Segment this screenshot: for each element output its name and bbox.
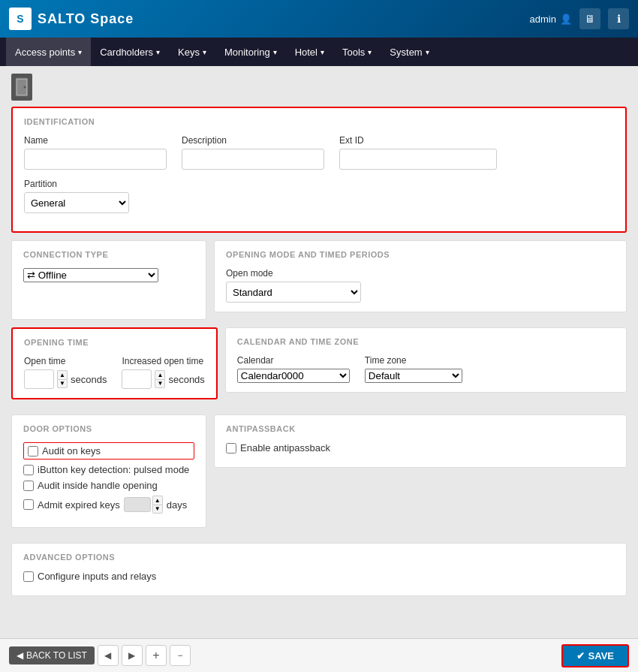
monitor-icon-btn[interactable]: 🖥 xyxy=(579,8,600,29)
prev-nav-button[interactable]: ◀ xyxy=(98,645,119,649)
connection-type-col: CONNECTION TYPE ⇄ Offline xyxy=(11,240,206,320)
days-unit: days xyxy=(167,499,187,511)
calendar-group: Calendar Calendar0000 xyxy=(237,355,350,383)
audit-inside-item: Audit inside handle opening xyxy=(23,480,194,491)
nav-system[interactable]: System ▾ xyxy=(381,38,438,66)
extid-group: Ext ID xyxy=(339,135,497,170)
nav-keys-arrow: ▾ xyxy=(203,48,206,56)
calendar-tz-col: CALENDAR AND TIME ZONE Calendar Calendar… xyxy=(225,327,627,407)
identification-title: IDENTIFICATION xyxy=(24,117,614,126)
opening-mode-col: OPENING MODE AND TIMED PERIODS Open mode… xyxy=(214,240,627,320)
row-conn-opening: CONNECTION TYPE ⇄ Offline OPENING MODE A… xyxy=(11,240,627,320)
nav-monitoring[interactable]: Monitoring ▾ xyxy=(215,38,286,66)
audit-on-keys-label: Audit on keys xyxy=(42,445,101,457)
increased-time-group: Increased open time 20 ▲ ▼ seconds xyxy=(122,356,204,389)
logo-letter: S xyxy=(17,13,23,25)
logo-box: S xyxy=(9,8,32,30)
nav-access-points[interactable]: Access points ▾ xyxy=(6,38,91,66)
header: S SALTO Space admin 👤 🖥 ℹ xyxy=(0,0,638,38)
increased-time-down[interactable]: ▼ xyxy=(155,379,165,388)
nav-system-label: System xyxy=(390,47,422,58)
ibutton-label: iButton key detection: pulsed mode xyxy=(38,464,189,475)
open-time-down[interactable]: ▼ xyxy=(57,379,68,388)
timezone-select[interactable]: Default xyxy=(365,369,462,383)
admin-user: admin 👤 xyxy=(530,14,572,25)
timezone-label: Time zone xyxy=(365,355,462,366)
increased-time-input[interactable]: 20 xyxy=(122,369,152,389)
open-time-input[interactable]: 6 xyxy=(24,369,54,389)
partition-label: Partition xyxy=(24,179,129,189)
nav-hotel-label: Hotel xyxy=(295,47,317,58)
antipassback-title: ANTIPASSBACK xyxy=(226,424,615,433)
days-input[interactable]: 0 xyxy=(124,497,151,512)
bottom-left-controls: ◀ BACK TO LIST ◀ ▶ + − xyxy=(9,645,191,649)
audit-on-keys-checkbox[interactable] xyxy=(28,446,38,457)
navbar: Access points ▾ Cardholders ▾ Keys ▾ Mon… xyxy=(0,38,638,66)
nav-monitoring-arrow: ▾ xyxy=(273,48,277,56)
partition-select[interactable]: General xyxy=(24,192,129,213)
increased-time-up[interactable]: ▲ xyxy=(155,370,165,379)
door-options-title: DOOR OPTIONS xyxy=(23,424,194,433)
nav-hotel[interactable]: Hotel ▾ xyxy=(286,38,333,66)
opening-mode-section: OPENING MODE AND TIMED PERIODS Open mode… xyxy=(214,240,627,312)
connection-type-select[interactable]: ⇄ Offline xyxy=(23,268,158,282)
configure-inputs-item: Configure inputs and relays xyxy=(23,571,615,582)
days-down[interactable]: ▼ xyxy=(152,505,163,514)
cal-tz-row: Calendar Calendar0000 Time zone Default xyxy=(237,355,615,383)
increased-time-input-row: 20 ▲ ▼ seconds xyxy=(122,369,204,389)
enable-antipassback-checkbox[interactable] xyxy=(226,443,236,454)
nav-cardholders-label: Cardholders xyxy=(100,47,153,58)
timezone-group: Time zone Default xyxy=(365,355,462,383)
ibutton-item: iButton key detection: pulsed mode xyxy=(23,464,194,475)
calendar-select[interactable]: Calendar0000 xyxy=(237,369,350,383)
opening-time-row: Open time 6 ▲ ▼ seconds Increased open t… xyxy=(24,356,205,389)
admit-expired-label: Admit expired keys xyxy=(38,499,120,511)
nav-cardholders[interactable]: Cardholders ▾ xyxy=(91,38,169,66)
nav-keys[interactable]: Keys ▾ xyxy=(169,38,215,66)
next-nav-button[interactable]: ▶ xyxy=(122,645,143,649)
open-time-spinners: ▲ ▼ xyxy=(57,370,68,388)
calendar-tz-title: CALENDAR AND TIME ZONE xyxy=(237,337,615,346)
open-time-unit: seconds xyxy=(71,374,107,385)
calendar-label: Calendar xyxy=(237,355,350,366)
open-mode-label: Open mode xyxy=(226,268,615,279)
name-input[interactable] xyxy=(24,149,167,170)
row-door-anti: DOOR OPTIONS Audit on keys iButton key d… xyxy=(11,414,627,535)
increased-time-unit: seconds xyxy=(168,374,204,385)
open-time-group: Open time 6 ▲ ▼ seconds xyxy=(24,356,107,389)
nav-tools-arrow: ▾ xyxy=(368,48,372,56)
days-spinner: 0 ▲ ▼ xyxy=(124,496,163,514)
days-up[interactable]: ▲ xyxy=(152,496,163,505)
ibutton-checkbox[interactable] xyxy=(23,465,34,475)
name-label: Name xyxy=(24,135,167,146)
nav-tools[interactable]: Tools ▾ xyxy=(333,38,381,66)
configure-inputs-checkbox[interactable] xyxy=(23,571,34,582)
nav-tools-label: Tools xyxy=(342,47,365,58)
info-icon-btn[interactable]: ℹ xyxy=(608,8,629,29)
save-button[interactable]: ✔ SAVE xyxy=(561,644,629,649)
admit-expired-checkbox[interactable] xyxy=(23,499,34,510)
user-icon: 👤 xyxy=(560,14,572,25)
main-content: IDENTIFICATION Name Description Ext ID P… xyxy=(0,66,638,649)
add-button[interactable]: + xyxy=(146,645,167,649)
nav-monitoring-label: Monitoring xyxy=(224,47,270,58)
days-spinners: ▲ ▼ xyxy=(152,496,163,514)
open-mode-select[interactable]: Standard xyxy=(226,282,361,303)
open-time-up[interactable]: ▲ xyxy=(57,370,68,379)
door-icon-area xyxy=(11,74,627,101)
partition-group: Partition General xyxy=(24,179,129,213)
remove-button[interactable]: − xyxy=(170,645,191,649)
connection-type-section: CONNECTION TYPE ⇄ Offline xyxy=(11,240,206,320)
extid-input[interactable] xyxy=(339,149,497,170)
logo-area: S SALTO Space xyxy=(9,8,134,30)
svg-point-2 xyxy=(24,86,26,89)
name-group: Name xyxy=(24,135,167,170)
audit-on-keys-item: Audit on keys xyxy=(23,442,194,460)
back-to-list-button[interactable]: ◀ BACK TO LIST xyxy=(9,646,95,649)
audit-inside-checkbox[interactable] xyxy=(23,481,34,491)
description-group: Description xyxy=(182,135,324,170)
door-options-section: DOOR OPTIONS Audit on keys iButton key d… xyxy=(11,414,206,528)
description-input[interactable] xyxy=(182,149,324,170)
configure-inputs-label: Configure inputs and relays xyxy=(38,571,156,582)
enable-antipassback-label: Enable antipassback xyxy=(240,442,330,454)
